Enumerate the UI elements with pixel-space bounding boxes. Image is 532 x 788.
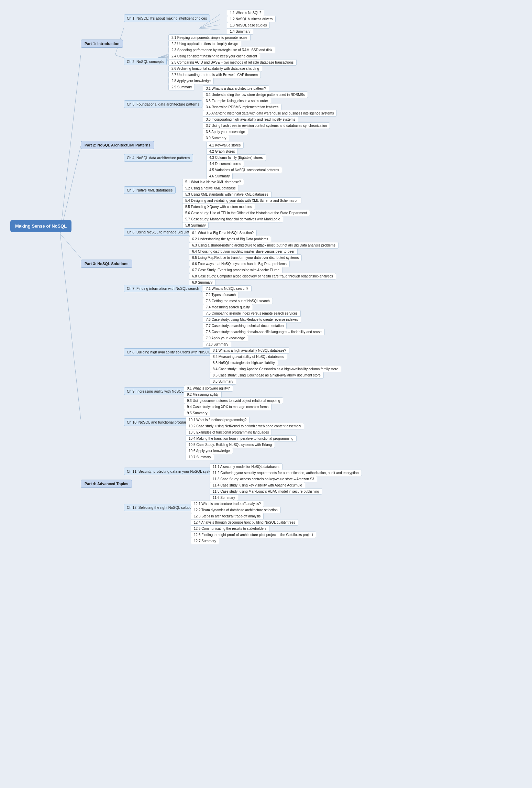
ch8-label: Ch 8: Building high availability solutio… [124, 348, 213, 356]
section-2-2: 2.2 Using application tiers to simplify … [168, 41, 241, 47]
section-8-6: 8.6 Summary [210, 378, 236, 385]
section-7-7: 7.7 Case study: searching technical docu… [203, 322, 287, 329]
section-11-1: 11.1 A security model for NoSQL database… [210, 463, 282, 470]
book-title: Making Sense of NoSQL [10, 220, 71, 232]
section-11-3: 11.3 Case Study: access controls on key-… [210, 476, 317, 482]
section-8-5: 8.5 Case study: using Couchbase as a hig… [210, 372, 324, 379]
section-9-3: 9.3 Using document stores to avoid objec… [184, 397, 283, 404]
section-7-4: 7.4 Measuring search quality [203, 304, 253, 310]
section-7-8: 7.8 Case study: searching domain-specifi… [203, 329, 325, 335]
ch6-label: Ch 6: Using NoSQL to manage Big Data [124, 228, 195, 236]
section-2-3: 2.3 Speeding performance by strategic us… [168, 47, 275, 53]
part2-label: Part 2: NoSQL Architectural Patterns [81, 141, 154, 149]
section-3-9: 3.9 Summary [203, 135, 229, 141]
ch2-label: Ch 2: NoSQL concepts [124, 58, 167, 65]
section-5-4: 5.4 Designing and validating your data w… [182, 197, 301, 204]
ch7-label: Ch 7: Finding information with NoSQL sea… [124, 285, 202, 292]
section-6-1: 6.1 What is a Big Data NoSQL Solution? [189, 230, 257, 236]
section-5-3: 5.3 Using XML standards within native XM… [182, 191, 271, 198]
section-10-1: 10.1 What is functional programming? [186, 417, 250, 423]
section-3-4: 3.4 Reviewing RDBMS implementation featu… [203, 104, 281, 110]
section-4-4: 4.4 Document stores [206, 161, 244, 167]
section-2-7: 2.7 Understanding trade-offs with Brewer… [168, 72, 261, 78]
section-10-5: 10.5 Case Study: Building NoSQL systems … [186, 441, 275, 448]
ch11-label: Ch 11: Security: protecting data in your… [124, 468, 219, 475]
section-4-5: 4.5 Variations of NoSQL architectural pa… [206, 167, 282, 173]
section-6-8: 6.8 Case study: Computer aided discovery… [189, 273, 336, 280]
mindmap-container: Making Sense of NoSQL Part 1: Introducti… [7, 7, 522, 780]
section-12-3: 12.3 Steps in architectural trade-off an… [191, 513, 264, 519]
section-8-3: 8.3 NoSQL strategies for high-availabili… [210, 360, 278, 366]
section-3-3: 3.3 Example: Using joins in a sales orde… [203, 98, 271, 104]
section-9-1: 9.1 What is software agility? [184, 385, 233, 392]
section-8-2: 8.2 Measuring availability of NoSQL data… [210, 353, 287, 360]
section-11-6: 11.6 Summary [210, 494, 238, 501]
ch5-label: Ch 5: Native XML databases [124, 186, 176, 194]
section-6-6: 6.6 Four ways that NoSQL systems handle … [189, 261, 290, 267]
section-11-4: 11.4 Case study: using key visibility wi… [210, 482, 305, 489]
part3-label: Part 3: NoSQL Solutions [81, 260, 132, 268]
svg-line-3 [60, 234, 81, 419]
section-4-2: 4.2 Graph stores [206, 148, 238, 155]
section-7-1: 7.1 What is NoSQL search? [203, 285, 252, 292]
section-12-5: 12.5 Communicating the results to stakeh… [191, 525, 269, 532]
section-10-3: 10.3 Examples of functional programming … [186, 429, 272, 436]
ch1-label: Ch 1: NoSQL: It's about making intellige… [124, 14, 210, 22]
section-10-7: 10.7 Summary [186, 454, 214, 460]
section-2-1: 2.1 Keeping components simple to promote… [168, 34, 251, 41]
section-2-5: 2.5 Comparing ACID and BASE – two method… [168, 59, 297, 66]
section-11-5: 11.5 Case study: using MarkLogic's RBAC … [210, 488, 322, 495]
section-12-7: 12.7 Summary [191, 538, 219, 544]
section-4-3: 4.3 Column family (Bigtable) stores [206, 154, 266, 161]
section-10-6: 10.6 Apply your knowledge [186, 448, 233, 454]
section-7-6: 7.6 Case study: using MapReduce to creat… [203, 316, 301, 323]
section-2-6: 2.6 Archiving horizontal scalability wit… [168, 65, 262, 72]
section-10-2: 10.2 Case study: using NetKernel to opti… [186, 423, 304, 429]
section-9-4: 9.4 Case study: using XRX to manage comp… [184, 404, 271, 410]
section-3-1: 3.1 What is a data architecture pattern? [203, 85, 269, 92]
section-1-2: 1.2 NoSQL business drivers [227, 16, 276, 22]
section-6-3: 6.3 Using a shared-nothing architecture … [189, 242, 339, 249]
section-3-7: 3.7 Using hash trees in revision control… [203, 122, 330, 129]
section-3-2: 3.2 Understanding the row-store design p… [203, 91, 308, 98]
section-12-2: 12.2 Team dynamics of database architect… [191, 507, 281, 513]
section-5-7: 5.7 Case study: Managing financial deriv… [182, 216, 283, 222]
svg-line-0 [60, 55, 81, 234]
svg-line-2 [60, 234, 81, 258]
section-5-1: 5.1 What is a Native XML database? [182, 179, 244, 185]
ch9-label: Ch 9: Increasing agility with NoSQL [124, 387, 187, 395]
section-8-4: 8.4 Case study: using Apache Cassandra a… [210, 366, 341, 372]
section-2-4: 2.4 Using consistent hashing to keep you… [168, 53, 260, 59]
section-7-9: 7.9 Apply your knowledge [203, 335, 248, 341]
section-1-3: 1.3 NoSQL case studies [227, 22, 270, 29]
section-4-1: 4.1 Key-value stores [206, 142, 244, 149]
section-5-6: 5.6 Case study: Use of TEI in the Office… [182, 210, 310, 216]
svg-line-5 [115, 55, 124, 58]
section-6-5: 6.5 Using MapReduce to transform your da… [189, 254, 302, 261]
section-12-1: 12.1 What is architecture trade-off anal… [191, 501, 264, 507]
section-6-4: 6.4 Choosing distribution models: master… [189, 248, 298, 255]
section-3-5: 3.5 Analyzing historical data with data … [203, 110, 337, 117]
svg-line-9 [199, 28, 220, 30]
section-9-2: 9.2 Measuring agility [184, 391, 222, 398]
section-7-5: 7.5 Comparing in-node index versus remot… [203, 310, 301, 317]
section-2-8: 2.8 Apply your knowledge [168, 78, 214, 84]
ch12-label: Ch 12: Selecting the right NoSQL solutio… [124, 504, 197, 511]
section-5-5: 5.5 Extending XQuery with custom modules [182, 204, 255, 210]
section-10-4: 10.4 Making the transition from imperati… [186, 435, 297, 442]
section-8-1: 8.1 What is a high availability NoSQL da… [210, 347, 289, 354]
ch3-label: Ch 3: Foundational data architecture pat… [124, 100, 202, 108]
part4-label: Part 4: Advanced Topics [81, 480, 132, 488]
section-12-4: 12.4 Analysis through decomposition: bui… [191, 519, 298, 526]
section-3-6: 3.6 Incorporating high-availability and … [203, 116, 298, 123]
section-7-3: 7.3 Getting the most out of NoSQL search [203, 298, 273, 304]
section-11-2: 11.2 Gathering your security requirement… [210, 470, 362, 476]
section-7-10: 7.10 Summary [203, 341, 231, 348]
section-2-9: 2.9 Summary [168, 84, 195, 90]
section-1-1: 1.1 What is NoSQL? [227, 10, 264, 16]
section-6-7: 6.7 Case Study: Event log processing wit… [189, 267, 282, 273]
section-5-8: 5.8 Summary [182, 222, 209, 229]
section-6-2: 6.2 Understanding the types of Big Data … [189, 236, 271, 242]
part1-label: Part 1: Introduction [81, 40, 123, 48]
section-9-5: 9.5 Summary [184, 410, 210, 416]
